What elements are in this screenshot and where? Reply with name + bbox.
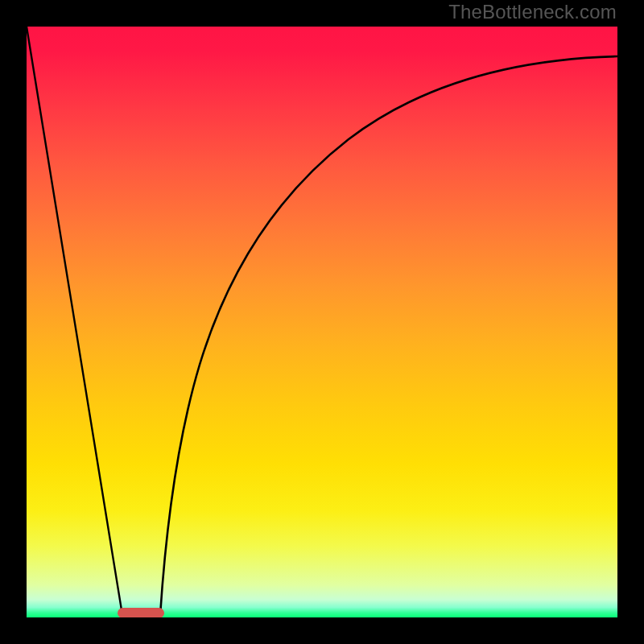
plot-area [27,27,617,617]
watermark-text: TheBottleneck.com [448,1,617,23]
base-marker [118,608,164,617]
curve-overlay [27,27,617,617]
right-curve [160,56,617,615]
chart-frame: TheBottleneck.com [0,0,644,644]
left-line [27,27,122,615]
